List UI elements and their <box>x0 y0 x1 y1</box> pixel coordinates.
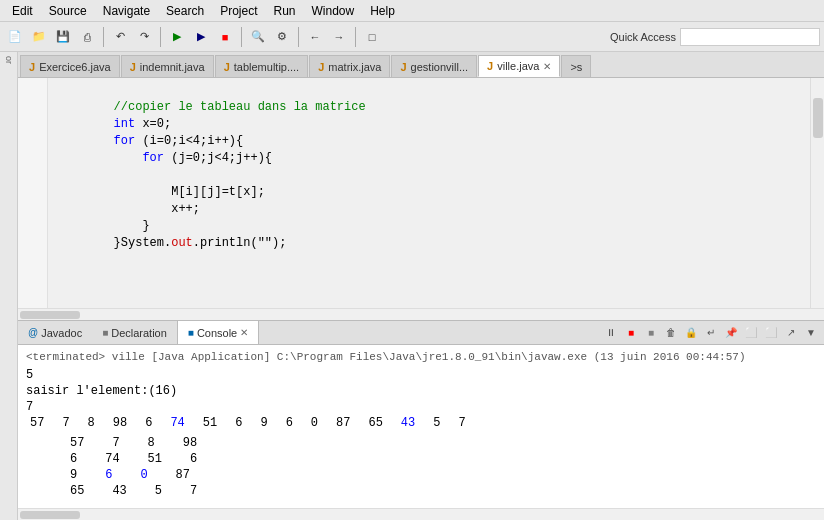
tab-gestionvill-icon: J <box>400 61 406 73</box>
toolbar-btn-open[interactable]: 📁 <box>28 26 50 48</box>
console-h-scrollbar[interactable] <box>18 508 824 520</box>
editor-h-scrollbar[interactable] <box>18 308 824 320</box>
r1c3: 8 <box>88 415 95 431</box>
left-sidebar: or <box>0 52 18 520</box>
toolbar-btn-settings[interactable]: ⚙ <box>271 26 293 48</box>
tab-extra[interactable]: >s <box>561 55 591 77</box>
line-numbers <box>18 78 48 308</box>
separator-2 <box>160 27 161 47</box>
r1c7: 51 <box>203 415 217 431</box>
bottom-panel: @ Javadoc ■ Declaration ■ Console ✕ ⏸ ■ … <box>18 320 824 520</box>
toolbar-btn-run[interactable]: ▶ <box>166 26 188 48</box>
menu-window[interactable]: Window <box>304 2 363 20</box>
m1c4: 98 <box>183 435 197 451</box>
r1c13: 65 <box>368 415 382 431</box>
console-line-7: 7 <box>26 399 816 415</box>
tab-gestionvill-label: gestionvill... <box>411 61 468 73</box>
menu-project[interactable]: Project <box>212 2 265 20</box>
scroll-thumb[interactable] <box>813 98 823 138</box>
panel-btn-scroll-lock[interactable]: 🔒 <box>682 324 700 342</box>
panel-tab-javadoc[interactable]: @ Javadoc <box>18 321 92 344</box>
tab-tablemultip[interactable]: J tablemultip.... <box>215 55 309 77</box>
matrix-row-1: 57 7 8 98 <box>26 435 816 451</box>
panel-btn-word-wrap[interactable]: ↵ <box>702 324 720 342</box>
quick-access-input[interactable] <box>680 28 820 46</box>
toolbar-btn-stop[interactable]: ■ <box>214 26 236 48</box>
panel-btn-minimize2[interactable]: ⬜ <box>742 324 760 342</box>
menu-navigate[interactable]: Navigate <box>95 2 158 20</box>
toolbar-btn-minimize[interactable]: □ <box>361 26 383 48</box>
console-row-main: 57 7 8 98 6 74 51 6 9 6 0 87 65 43 5 7 <box>26 415 816 431</box>
tab-gestionvill[interactable]: J gestionvill... <box>391 55 477 77</box>
tab-ville[interactable]: J ville.java ✕ <box>478 55 560 77</box>
panel-btn-maximize[interactable]: ⬜ <box>762 324 780 342</box>
panel-tab-console[interactable]: ■ Console ✕ <box>177 321 259 344</box>
toolbar-btn-forward[interactable]: → <box>328 26 350 48</box>
menu-bar: Edit Source Navigate Search Project Run … <box>0 0 824 22</box>
console-terminated-line: <terminated> ville [Java Application] C:… <box>26 349 816 365</box>
panel-btn-options[interactable]: ▼ <box>802 324 820 342</box>
m1c2: 7 <box>112 435 119 451</box>
toolbar-btn-debug[interactable]: ▶ <box>190 26 212 48</box>
tab-ville-label: ville.java <box>497 60 539 72</box>
toolbar-btn-new[interactable]: 📄 <box>4 26 26 48</box>
editor-h-scroll-thumb[interactable] <box>20 311 80 319</box>
console-icon: ■ <box>188 327 194 338</box>
m1c3: 8 <box>148 435 155 451</box>
panel-btn-terminate2[interactable]: ■ <box>642 324 660 342</box>
menu-run[interactable]: Run <box>265 2 303 20</box>
content-area: J Exercice6.java J indemnit.java J table… <box>18 52 824 520</box>
console-area[interactable]: <terminated> ville [Java Application] C:… <box>18 345 824 508</box>
toolbar-btn-search[interactable]: 🔍 <box>247 26 269 48</box>
panel-tab-console-label: Console <box>197 327 237 339</box>
tab-matrix-icon: J <box>318 61 324 73</box>
toolbar-btn-print[interactable]: ⎙ <box>76 26 98 48</box>
m2c1: 6 <box>70 451 77 467</box>
toolbar-btn-back[interactable]: ← <box>304 26 326 48</box>
tab-exercice6[interactable]: J Exercice6.java <box>20 55 120 77</box>
menu-source[interactable]: Source <box>41 2 95 20</box>
r1c5: 6 <box>145 415 152 431</box>
console-matrix: 57 7 8 98 6 74 51 6 9 6 0 <box>26 435 816 499</box>
panel-btn-export[interactable]: ↗ <box>782 324 800 342</box>
tab-matrix-label: matrix.java <box>328 61 381 73</box>
m3c2: 6 <box>105 467 112 483</box>
r1c11: 0 <box>311 415 318 431</box>
tab-ville-icon: J <box>487 60 493 72</box>
tab-extra-label: >s <box>570 61 582 73</box>
toolbar-btn-save[interactable]: 💾 <box>52 26 74 48</box>
tab-indemnit-icon: J <box>130 61 136 73</box>
tab-indemnit-label: indemnit.java <box>140 61 205 73</box>
separator-1 <box>103 27 104 47</box>
tab-matrix[interactable]: J matrix.java <box>309 55 390 77</box>
menu-edit[interactable]: Edit <box>4 2 41 20</box>
panel-btn-terminate[interactable]: ■ <box>622 324 640 342</box>
panel-btn-clear[interactable]: 🗑 <box>662 324 680 342</box>
tab-indemnit[interactable]: J indemnit.java <box>121 55 214 77</box>
code-content[interactable]: //copier le tableau dans la matrice int … <box>48 78 810 308</box>
panel-btn-pause[interactable]: ⏸ <box>602 324 620 342</box>
menu-search[interactable]: Search <box>158 2 212 20</box>
tab-tablemultip-label: tablemultip.... <box>234 61 299 73</box>
tab-ville-close[interactable]: ✕ <box>543 61 551 72</box>
r1c12: 87 <box>336 415 350 431</box>
toolbar-btn-redo[interactable]: ↷ <box>133 26 155 48</box>
r1c1: 57 <box>30 415 44 431</box>
menu-help[interactable]: Help <box>362 2 403 20</box>
console-line-5: 5 <box>26 367 816 383</box>
tab-exercice6-icon: J <box>29 61 35 73</box>
m4c3: 5 <box>155 483 162 499</box>
console-h-scroll-thumb[interactable] <box>20 511 80 519</box>
r1c4: 98 <box>113 415 127 431</box>
toolbar-btn-undo[interactable]: ↶ <box>109 26 131 48</box>
editor-scrollbar[interactable] <box>810 78 824 308</box>
panel-tab-console-close[interactable]: ✕ <box>240 327 248 338</box>
panel-btn-pin[interactable]: 📌 <box>722 324 740 342</box>
m1c1: 57 <box>70 435 84 451</box>
m3c4: 87 <box>176 467 190 483</box>
panel-tab-javadoc-label: Javadoc <box>41 327 82 339</box>
javadoc-icon: @ <box>28 327 38 338</box>
r1c9: 9 <box>260 415 267 431</box>
panel-tab-declaration[interactable]: ■ Declaration <box>92 321 177 344</box>
matrix-row-2: 6 74 51 6 <box>26 451 816 467</box>
